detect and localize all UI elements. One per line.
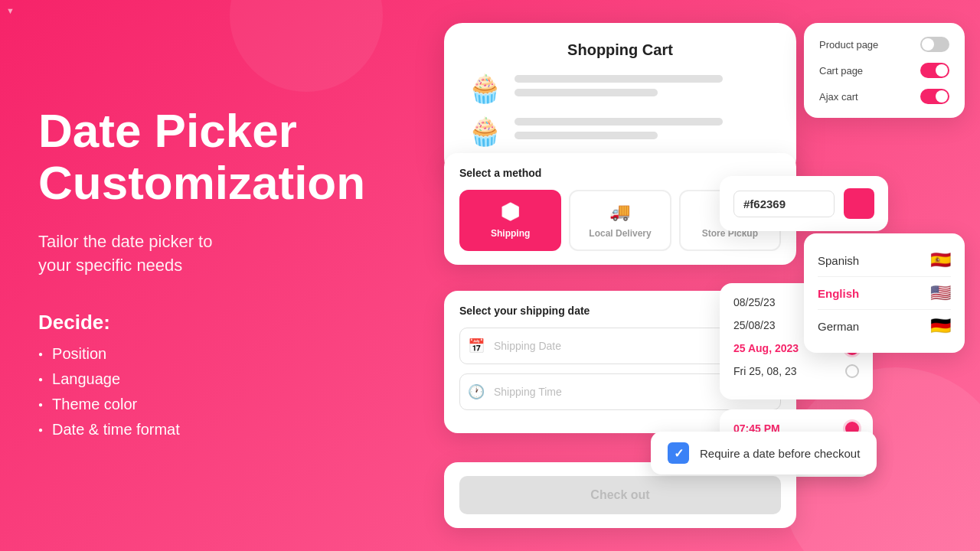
cart-page-toggle[interactable] [920, 63, 949, 78]
clock-icon: 🕐 [468, 383, 485, 400]
language-card: Spanish 🇪🇸 English 🇺🇸 German 🇩🇪 [804, 233, 965, 353]
color-swatch[interactable] [844, 188, 874, 219]
date-format-value-2: 25/08/23 [733, 319, 776, 331]
toggle-ajax-cart-row[interactable]: Ajax cart [819, 89, 949, 104]
product-page-label: Product page [819, 39, 878, 51]
spanish-label: Spanish [818, 254, 859, 267]
language-option-spanish[interactable]: Spanish 🇪🇸 [818, 244, 951, 277]
toggle-cart-page-row[interactable]: Cart page [819, 63, 949, 78]
english-flag: 🇺🇸 [930, 283, 951, 303]
product-line-bottom [514, 89, 658, 96]
date-format-value-1: 08/25/23 [733, 296, 776, 308]
shopping-cart-title: Shopping Cart [466, 41, 775, 59]
checkout-button[interactable]: Check out [459, 476, 781, 514]
bullet-language: Language [38, 370, 360, 388]
date-format-option-4[interactable]: Fri 25, 08, 23 [733, 364, 859, 378]
method-local-delivery-btn[interactable]: 🚚 Local Delivery [569, 190, 671, 251]
product-lines-2 [514, 118, 775, 145]
product-emoji-2: 🧁 [466, 116, 504, 148]
shipping-label: Shipping [491, 228, 530, 239]
subtitle: Tailor the date picker to your specific … [38, 230, 360, 278]
bullet-list: Position Language Theme color Date & tim… [38, 345, 360, 446]
date-format-value-3: 25 Aug, 2023 [733, 342, 799, 354]
left-panel: Date Picker Customization Tailor the dat… [0, 0, 398, 551]
require-checkbox[interactable]: ✓ [668, 442, 689, 464]
local-delivery-label: Local Delivery [589, 228, 651, 239]
color-hex-value[interactable]: #f62369 [733, 191, 835, 217]
product-line-top-2 [514, 118, 723, 126]
right-panel: Shopping Cart 🧁 🧁 Product page Cart page [383, 0, 980, 551]
color-picker-card[interactable]: #f62369 [720, 176, 888, 231]
toggle-product-page-row[interactable]: Product page [819, 37, 949, 52]
language-option-german[interactable]: German 🇩🇪 [818, 310, 951, 342]
calendar-icon: 📅 [468, 337, 485, 354]
ajax-cart-label: Ajax cart [819, 91, 858, 103]
language-option-english[interactable]: English 🇺🇸 [818, 277, 951, 310]
product-line-bottom-2 [514, 132, 658, 139]
cart-page-label: Cart page [819, 65, 863, 77]
bullet-theme-color: Theme color [38, 396, 360, 413]
date-format-value-4: Fri 25, 08, 23 [733, 365, 797, 377]
require-label: Require a date before checkout [700, 447, 860, 460]
spanish-flag: 🇪🇸 [930, 250, 951, 270]
bullet-position: Position [38, 345, 360, 363]
product-page-toggle[interactable] [920, 37, 949, 52]
method-shipping-btn[interactable]: 📦 Shipping [459, 190, 561, 251]
product-line-top [514, 75, 723, 83]
german-label: German [818, 320, 859, 333]
local-delivery-icon: 🚚 [609, 202, 630, 222]
main-title: Date Picker Customization [38, 105, 360, 209]
vify-logo: ▼ [6, 6, 15, 15]
product-row-1: 🧁 [466, 73, 775, 105]
shipping-date-placeholder: Shipping Date [494, 340, 561, 352]
english-label: English [818, 287, 859, 300]
decide-title: Decide: [38, 311, 360, 334]
shipping-time-placeholder: Shipping Time [494, 386, 562, 398]
radio-date-4[interactable] [845, 364, 859, 378]
ajax-cart-toggle[interactable] [920, 89, 949, 104]
toggles-card: Product page Cart page Ajax cart [804, 23, 965, 118]
product-emoji-1: 🧁 [466, 73, 504, 105]
german-flag: 🇩🇪 [930, 316, 951, 336]
product-lines-1 [514, 75, 775, 103]
require-card[interactable]: ✓ Require a date before checkout [651, 432, 877, 474]
product-row-2: 🧁 [466, 116, 775, 148]
shipping-icon: 📦 [500, 202, 521, 222]
bullet-date-time-format: Date & time format [38, 421, 360, 439]
